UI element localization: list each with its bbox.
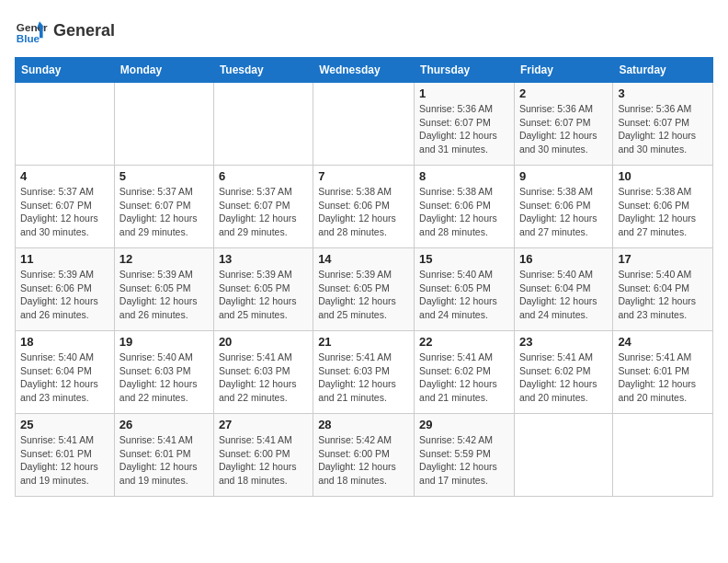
day-number: 16	[519, 252, 608, 266]
day-info: Sunrise: 5:40 AMSunset: 6:04 PMDaylight:…	[519, 268, 608, 322]
day-number: 5	[119, 169, 209, 183]
calendar-cell	[16, 83, 115, 166]
calendar-cell: 19Sunrise: 5:40 AMSunset: 6:03 PMDayligh…	[114, 331, 213, 414]
day-info: Sunrise: 5:40 AMSunset: 6:03 PMDaylight:…	[119, 350, 209, 405]
calendar-cell: 14Sunrise: 5:39 AMSunset: 6:05 PMDayligh…	[313, 248, 415, 331]
day-number: 28	[318, 418, 409, 431]
day-header-thursday: Thursday	[415, 58, 515, 83]
calendar-cell: 16Sunrise: 5:40 AMSunset: 6:04 PMDayligh…	[514, 248, 612, 331]
calendar-cell: 3Sunrise: 5:36 AMSunset: 6:07 PMDaylight…	[613, 83, 713, 166]
calendar-cell: 28Sunrise: 5:42 AMSunset: 6:00 PMDayligh…	[313, 414, 415, 497]
calendar-cell: 13Sunrise: 5:39 AMSunset: 6:05 PMDayligh…	[213, 248, 313, 331]
calendar-cell	[114, 83, 213, 166]
day-number: 27	[219, 418, 308, 431]
day-header-wednesday: Wednesday	[313, 58, 415, 83]
day-info: Sunrise: 5:42 AMSunset: 6:00 PMDaylight:…	[318, 433, 409, 488]
calendar-cell: 8Sunrise: 5:38 AMSunset: 6:06 PMDaylight…	[415, 166, 515, 248]
day-number: 21	[318, 335, 409, 349]
calendar-cell: 24Sunrise: 5:41 AMSunset: 6:01 PMDayligh…	[613, 331, 713, 414]
day-number: 24	[618, 335, 708, 349]
day-info: Sunrise: 5:41 AMSunset: 6:02 PMDaylight:…	[519, 350, 608, 405]
day-number: 7	[318, 169, 409, 183]
day-number: 2	[519, 86, 608, 100]
day-info: Sunrise: 5:37 AMSunset: 6:07 PMDaylight:…	[20, 185, 109, 239]
day-header-monday: Monday	[114, 58, 213, 83]
calendar-cell: 9Sunrise: 5:38 AMSunset: 6:06 PMDaylight…	[514, 166, 612, 248]
calendar-cell: 29Sunrise: 5:42 AMSunset: 5:59 PMDayligh…	[415, 414, 515, 497]
day-info: Sunrise: 5:41 AMSunset: 6:03 PMDaylight:…	[219, 350, 308, 405]
day-info: Sunrise: 5:41 AMSunset: 6:00 PMDaylight:…	[219, 433, 308, 488]
day-info: Sunrise: 5:36 AMSunset: 6:07 PMDaylight:…	[519, 102, 608, 156]
day-info: Sunrise: 5:41 AMSunset: 6:02 PMDaylight:…	[419, 350, 509, 405]
day-info: Sunrise: 5:40 AMSunset: 6:04 PMDaylight:…	[20, 350, 109, 405]
day-info: Sunrise: 5:38 AMSunset: 6:06 PMDaylight:…	[318, 185, 409, 239]
day-number: 26	[119, 418, 209, 431]
day-info: Sunrise: 5:38 AMSunset: 6:06 PMDaylight:…	[419, 185, 509, 239]
day-number: 9	[519, 169, 608, 183]
calendar-cell: 22Sunrise: 5:41 AMSunset: 6:02 PMDayligh…	[415, 331, 515, 414]
day-header-saturday: Saturday	[613, 58, 713, 83]
day-info: Sunrise: 5:38 AMSunset: 6:06 PMDaylight:…	[618, 185, 708, 239]
day-number: 18	[20, 335, 109, 349]
week-row-4: 25Sunrise: 5:41 AMSunset: 6:01 PMDayligh…	[16, 414, 713, 497]
calendar-cell: 21Sunrise: 5:41 AMSunset: 6:03 PMDayligh…	[313, 331, 415, 414]
day-number: 1	[419, 86, 509, 100]
calendar-cell: 7Sunrise: 5:38 AMSunset: 6:06 PMDaylight…	[313, 166, 415, 248]
calendar-cell	[514, 414, 612, 497]
calendar-cell: 23Sunrise: 5:41 AMSunset: 6:02 PMDayligh…	[514, 331, 612, 414]
calendar-table: SundayMondayTuesdayWednesdayThursdayFrid…	[15, 57, 713, 497]
day-info: Sunrise: 5:41 AMSunset: 6:01 PMDaylight:…	[618, 350, 708, 405]
day-info: Sunrise: 5:36 AMSunset: 6:07 PMDaylight:…	[419, 102, 509, 156]
week-row-3: 18Sunrise: 5:40 AMSunset: 6:04 PMDayligh…	[16, 331, 713, 414]
day-info: Sunrise: 5:37 AMSunset: 6:07 PMDaylight:…	[119, 185, 209, 239]
calendar-cell: 6Sunrise: 5:37 AMSunset: 6:07 PMDaylight…	[213, 166, 313, 248]
calendar-cell	[313, 83, 415, 166]
day-number: 6	[219, 169, 308, 183]
calendar-cell: 10Sunrise: 5:38 AMSunset: 6:06 PMDayligh…	[613, 166, 713, 248]
day-info: Sunrise: 5:38 AMSunset: 6:06 PMDaylight:…	[519, 185, 608, 239]
day-number: 3	[618, 86, 708, 100]
week-row-2: 11Sunrise: 5:39 AMSunset: 6:06 PMDayligh…	[16, 248, 713, 331]
calendar-cell: 2Sunrise: 5:36 AMSunset: 6:07 PMDaylight…	[514, 83, 612, 166]
calendar-cell: 5Sunrise: 5:37 AMSunset: 6:07 PMDaylight…	[114, 166, 213, 248]
day-info: Sunrise: 5:40 AMSunset: 6:04 PMDaylight:…	[618, 268, 708, 322]
calendar-cell: 20Sunrise: 5:41 AMSunset: 6:03 PMDayligh…	[213, 331, 313, 414]
day-number: 12	[119, 252, 209, 266]
logo: General Blue General	[15, 15, 115, 48]
day-number: 14	[318, 252, 409, 266]
day-info: Sunrise: 5:39 AMSunset: 6:06 PMDaylight:…	[20, 268, 109, 322]
calendar-cell: 27Sunrise: 5:41 AMSunset: 6:00 PMDayligh…	[213, 414, 313, 497]
days-header-row: SundayMondayTuesdayWednesdayThursdayFrid…	[16, 58, 713, 83]
day-number: 8	[419, 169, 509, 183]
calendar-cell	[613, 414, 713, 497]
calendar-cell: 26Sunrise: 5:41 AMSunset: 6:01 PMDayligh…	[114, 414, 213, 497]
calendar-cell: 15Sunrise: 5:40 AMSunset: 6:05 PMDayligh…	[415, 248, 515, 331]
day-info: Sunrise: 5:41 AMSunset: 6:03 PMDaylight:…	[318, 350, 409, 405]
day-info: Sunrise: 5:42 AMSunset: 5:59 PMDaylight:…	[419, 433, 509, 488]
day-info: Sunrise: 5:39 AMSunset: 6:05 PMDaylight:…	[119, 268, 209, 322]
day-number: 20	[219, 335, 308, 349]
day-header-tuesday: Tuesday	[213, 58, 313, 83]
calendar-cell	[213, 83, 313, 166]
day-info: Sunrise: 5:39 AMSunset: 6:05 PMDaylight:…	[219, 268, 308, 322]
calendar-cell: 1Sunrise: 5:36 AMSunset: 6:07 PMDaylight…	[415, 83, 515, 166]
day-number: 22	[419, 335, 509, 349]
calendar-cell: 25Sunrise: 5:41 AMSunset: 6:01 PMDayligh…	[16, 414, 115, 497]
day-info: Sunrise: 5:37 AMSunset: 6:07 PMDaylight:…	[219, 185, 308, 239]
calendar-cell: 11Sunrise: 5:39 AMSunset: 6:06 PMDayligh…	[16, 248, 115, 331]
day-info: Sunrise: 5:40 AMSunset: 6:05 PMDaylight:…	[419, 268, 509, 322]
calendar-cell: 18Sunrise: 5:40 AMSunset: 6:04 PMDayligh…	[16, 331, 115, 414]
day-number: 4	[20, 169, 109, 183]
day-info: Sunrise: 5:41 AMSunset: 6:01 PMDaylight:…	[119, 433, 209, 488]
day-header-friday: Friday	[514, 58, 612, 83]
calendar-cell: 4Sunrise: 5:37 AMSunset: 6:07 PMDaylight…	[16, 166, 115, 248]
day-number: 11	[20, 252, 109, 266]
header-area: General Blue General	[15, 15, 713, 48]
day-number: 25	[20, 418, 109, 431]
day-number: 23	[519, 335, 608, 349]
calendar-cell: 17Sunrise: 5:40 AMSunset: 6:04 PMDayligh…	[613, 248, 713, 331]
day-number: 19	[119, 335, 209, 349]
day-number: 17	[618, 252, 708, 266]
logo-icon: General Blue	[15, 15, 48, 48]
day-number: 10	[618, 169, 708, 183]
